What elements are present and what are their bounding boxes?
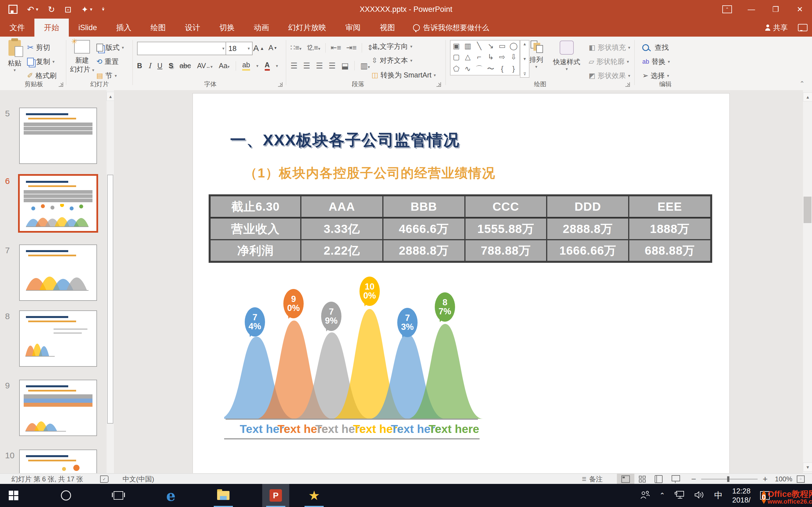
volume-button[interactable] xyxy=(695,491,705,500)
underline-button[interactable]: U xyxy=(157,62,162,70)
tab-insert[interactable]: 插入 xyxy=(107,18,141,37)
slide-thumbnail-7[interactable] xyxy=(19,244,97,301)
numbering-button[interactable]: ⒓≡▾ xyxy=(306,43,320,53)
balloon-value-5[interactable]: 73% xyxy=(397,308,417,337)
fit-to-window-button[interactable]: ⁘ xyxy=(792,474,809,484)
shape-outline-button[interactable]: ▱形状轮廓▾ xyxy=(589,57,629,66)
redo-button[interactable]: ↻ xyxy=(48,4,55,14)
shrink-font-button[interactable]: A▾ xyxy=(268,43,276,52)
slide-scrollbar[interactable]: ▲ ▼ xyxy=(803,90,812,473)
file-explorer-button[interactable] xyxy=(210,484,237,507)
save-button[interactable] xyxy=(8,5,17,14)
shape-rect-icon[interactable]: ▭ xyxy=(499,42,506,50)
shape-elbow-icon[interactable]: ⌐ xyxy=(477,53,481,61)
ime-indicator[interactable]: 中 xyxy=(714,490,723,501)
table-cell[interactable]: 1888万 xyxy=(629,218,711,240)
table-cell[interactable]: 4666.6万 xyxy=(383,218,465,240)
zoom-slider[interactable] xyxy=(701,479,758,480)
align-center-button[interactable]: ☰ xyxy=(303,61,310,70)
cut-button[interactable]: ✂剪切 xyxy=(27,43,50,52)
shape-curve-icon[interactable]: 〜 xyxy=(487,64,494,74)
undo-button[interactable]: ↶▾ xyxy=(27,4,38,14)
shape-elbow-arrow-icon[interactable]: ↳ xyxy=(488,53,494,61)
new-slide-button[interactable]: 新建 幻灯片 ▾ xyxy=(70,40,94,74)
network-button[interactable] xyxy=(675,491,685,500)
tab-home[interactable]: 开始 xyxy=(35,18,69,37)
align-text-button[interactable]: ⇳对齐文本▾ xyxy=(371,56,412,65)
shape-vtext-icon[interactable]: ▥ xyxy=(464,42,471,50)
table-cell[interactable]: 营业收入 xyxy=(210,218,301,240)
spell-check-button[interactable]: ✓ xyxy=(100,475,109,483)
shape-freeform-icon[interactable]: ⬠ xyxy=(453,64,460,73)
bold-button[interactable]: B xyxy=(137,62,142,70)
share-button[interactable]: 共享 xyxy=(765,23,788,33)
slide-thumbnail-10[interactable] xyxy=(19,450,97,473)
tab-animations[interactable]: 动画 xyxy=(244,18,278,37)
font-dialog-launcher[interactable] xyxy=(278,82,283,87)
shape-down-arrow-icon[interactable]: ⇩ xyxy=(511,53,517,61)
slide-title[interactable]: 一、XXX板块各子公司监管情况 xyxy=(230,129,460,151)
shape-brace-right-icon[interactable]: } xyxy=(512,64,515,73)
font-color-button[interactable]: A xyxy=(265,61,270,71)
bullets-button[interactable]: ∷≡▾ xyxy=(290,43,301,52)
zoom-level[interactable]: 100% xyxy=(775,475,792,483)
favorites-app-button[interactable]: ★ xyxy=(301,484,327,507)
table-cell[interactable]: 688.88万 xyxy=(629,240,711,262)
shape-round-rect-icon[interactable]: ▢ xyxy=(453,53,460,61)
find-button[interactable]: 查找 xyxy=(642,43,669,52)
smartart-button[interactable]: ◫转换为 SmartArt▾ xyxy=(371,70,436,80)
section-button[interactable]: ▤节▾ xyxy=(96,71,117,80)
normal-view-button[interactable] xyxy=(617,474,635,484)
powerpoint-taskbar-button[interactable]: P xyxy=(262,484,289,507)
strikethrough-button[interactable]: abc xyxy=(180,62,191,70)
table-header-cell[interactable]: AAA xyxy=(301,196,383,218)
highlight-button[interactable]: ab xyxy=(242,61,250,71)
shape-line-icon[interactable]: ╲ xyxy=(477,42,481,50)
scroll-up-icon[interactable]: ▲ xyxy=(803,93,812,101)
format-painter-button[interactable]: ✐格式刷 xyxy=(27,71,57,80)
table-header-cell[interactable]: BBB xyxy=(383,196,465,218)
tell-me-box[interactable]: 告诉我你想要做什么 xyxy=(405,18,498,37)
balloon-value-3[interactable]: 79% xyxy=(321,302,342,331)
shape-scribble-icon[interactable]: ∿ xyxy=(465,64,471,73)
balloon-value-6[interactable]: 87% xyxy=(435,292,455,322)
edge-button[interactable]: e xyxy=(157,484,185,507)
shape-oval-icon[interactable]: ◯ xyxy=(509,42,518,50)
task-view-button[interactable] xyxy=(105,484,132,507)
shape-arrow-icon[interactable]: ↘ xyxy=(488,42,494,50)
increase-indent-button[interactable]: ⇥≡ xyxy=(346,43,357,52)
align-right-button[interactable]: ☰ xyxy=(316,61,323,70)
slide-canvas[interactable]: 一、XXX板块各子公司监管情况 （1）板块内各控股子公司的经营业绩情况 截止6.… xyxy=(193,94,729,473)
arrange-button[interactable]: 排列▾ xyxy=(529,41,543,69)
change-case-button[interactable]: Aa▾ xyxy=(219,62,230,70)
slide-thumbnail-5[interactable] xyxy=(19,108,97,164)
justify-button[interactable]: ☰ xyxy=(328,61,336,70)
start-slideshow-button[interactable]: ⊡ xyxy=(64,4,71,14)
balloon-value-2[interactable]: 90% xyxy=(283,289,304,318)
shapes-gallery-scrollbar[interactable]: ▲▼⊽ xyxy=(520,40,529,78)
shape-arc-icon[interactable]: ⌒ xyxy=(476,64,483,74)
close-button[interactable]: ✕ xyxy=(788,0,812,18)
table-cell[interactable]: 788.88万 xyxy=(465,240,547,262)
grow-font-button[interactable]: A▲ xyxy=(253,43,264,53)
slide-number-indicator[interactable]: 幻灯片 第 6 张, 共 17 张 xyxy=(11,474,83,484)
text-shadow-button[interactable]: S xyxy=(168,62,173,70)
scroll-down-icon[interactable]: ▼ xyxy=(803,462,812,471)
copy-button[interactable]: 复制▾ xyxy=(27,57,55,66)
character-spacing-button[interactable]: AV↔▾ xyxy=(197,62,213,70)
thumbnail-scroll-thumb[interactable] xyxy=(107,175,113,424)
slide-sorter-view-button[interactable] xyxy=(635,474,650,484)
customize-qat-button[interactable]: ▾̄ xyxy=(102,7,105,12)
table-cell[interactable]: 3.33亿 xyxy=(301,218,383,240)
cortana-button[interactable] xyxy=(52,484,80,507)
quick-styles-button[interactable]: 快速样式▾ xyxy=(553,41,580,71)
drawing-dialog-launcher[interactable] xyxy=(625,82,630,87)
language-indicator[interactable]: 中文(中国) xyxy=(123,474,154,484)
ribbon-display-options-button[interactable]: ⌃ xyxy=(715,0,739,18)
tab-draw[interactable]: 绘图 xyxy=(141,18,175,37)
table-header-cell[interactable]: 截止6.30 xyxy=(210,196,301,218)
layout-button[interactable]: 版式▾ xyxy=(96,43,124,52)
category-label-6[interactable]: Text here xyxy=(428,422,479,436)
table-cell[interactable]: 2.22亿 xyxy=(301,240,383,262)
thumbnail-scroll-up-icon[interactable]: ▲ xyxy=(107,92,114,101)
